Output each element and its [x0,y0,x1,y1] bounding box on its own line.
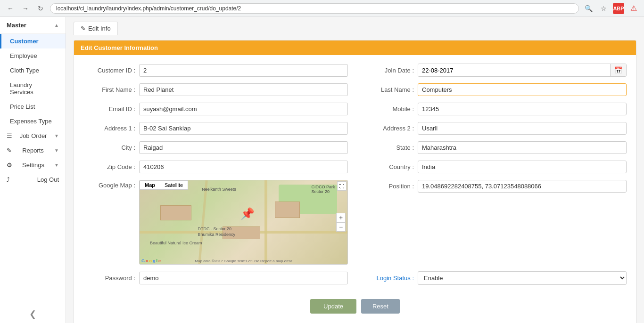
reload-button[interactable]: ↻ [35,3,46,14]
sidebar-master-header[interactable]: Master ▲ [0,17,66,34]
form-row-6: Zip Code : Country : [83,161,627,173]
first-name-group: First Name : [83,83,348,96]
sidebar-settings[interactable]: ⚙ Settings ▼ [0,158,66,172]
form-row-5: City : State : [83,141,627,154]
state-input[interactable] [418,141,627,154]
map-attribution: Map data ©2017 Google Terms of Use Repor… [195,259,292,263]
chevron-down-icon-settings: ▼ [54,162,59,168]
last-name-label: Last Name : [362,86,414,93]
position-group: Position : [362,180,627,193]
customer-id-group: Customer ID : [83,64,348,77]
abp-button[interactable]: ABP [613,3,624,14]
map-tab-satellite[interactable]: Satellite [160,181,188,189]
forward-button[interactable]: → [20,3,31,14]
map-pin: 📌 [240,207,255,220]
search-icon[interactable]: 🔍 [583,3,594,14]
browser-icons: 🔍 ☆ ABP ⚠ [583,3,639,14]
zoom-in-button[interactable]: + [336,213,346,222]
login-status-group: Login Status : Enable Disable [362,271,627,285]
zip-code-label: Zip Code : [83,163,135,170]
map-zoom-controls: + − [336,213,346,232]
customer-id-input[interactable] [139,64,348,77]
zip-code-input[interactable] [139,161,348,173]
back-button[interactable]: ← [5,3,16,14]
sidebar-reports[interactable]: ✎ Reports ▼ [0,143,66,158]
sidebar-item-expenses-type[interactable]: Expenses Type [0,114,66,129]
form-row-1: Customer ID : Join Date : 📅 [83,64,627,77]
map-residency-label: Bhumika Residency [198,232,235,237]
login-status-select[interactable]: Enable Disable [418,271,627,285]
address2-group: Address 2 : [362,122,627,135]
browser-chrome: ← → ↻ localhost/ci_laundry/laundry/index… [0,0,644,17]
mobile-input[interactable] [418,103,627,115]
sidebar-collapse-button[interactable]: ❮ [0,305,66,323]
mobile-group: Mobile : [362,103,627,115]
sidebar-item-employee[interactable]: Employee [0,48,66,63]
password-label: Password : [83,275,135,282]
join-date-label: Join Date : [362,67,414,74]
map-container[interactable]: Map Satellite ⛶ [139,180,348,265]
road-vertical [264,180,267,264]
chevron-down-icon-reports: ▼ [54,148,59,153]
country-input[interactable] [418,161,627,173]
form-row-8: Password : Login Status : Enable Disable [83,271,627,285]
address2-label: Address 2 : [362,125,414,132]
url-bar[interactable]: localhost/ci_laundry/laundry/index.php/a… [50,3,579,14]
zoom-out-button[interactable]: − [336,222,346,232]
join-date-group: Join Date : 📅 [362,64,627,77]
sidebar-item-customer[interactable]: Customer [0,34,66,48]
address2-input[interactable] [418,122,627,135]
map-cidco-label: CIDCO ParkSector 20 [312,185,335,194]
email-id-input[interactable] [139,103,348,115]
building-3 [275,202,300,218]
road-diagonal [198,180,208,264]
map-icecream-label: Beautiful Natural Ice Cream [150,241,202,245]
logout-icon: ⤴ [7,176,10,183]
position-input[interactable] [418,180,627,193]
edit-icon: ✎ [81,25,86,32]
job-order-icon: ☰ [7,132,12,139]
update-button[interactable]: Update [310,299,356,314]
state-label: State : [362,144,414,151]
sidebar-item-cloth-type[interactable]: Cloth Type [0,63,66,78]
tab-bar: ✎ Edit Info [74,22,636,35]
join-date-input-wrapper: 📅 [418,64,627,77]
reset-button[interactable]: Reset [361,299,400,314]
warning-icon[interactable]: ⚠ [628,3,639,14]
map-expand-button[interactable]: ⛶ [337,181,347,191]
map-area-label: Neelkanth Sweets [202,187,236,192]
form-row-4: Address 1 : Address 2 : [83,122,627,135]
city-input[interactable] [139,141,348,154]
join-date-input[interactable] [418,64,610,76]
first-name-label: First Name : [83,86,135,93]
building-1 [160,205,191,220]
email-id-group: Email ID : [83,103,348,115]
city-group: City : [83,141,348,154]
tab-edit-info[interactable]: ✎ Edit Info [74,22,118,35]
google-logo: Google [141,258,161,263]
sidebar-logout[interactable]: ⤴ Log Out [0,172,66,187]
map-tab-bar: Map Satellite [140,180,188,190]
star-icon[interactable]: ☆ [598,3,609,14]
app-container: Master ▲ Customer Employee Cloth Type La… [0,17,644,323]
login-status-label: Login Status : [362,275,414,282]
address1-input[interactable] [139,122,348,135]
google-map-group: Google Map : Map Satellite ⛶ [83,180,348,265]
form-row-2: First Name : Last Name : [83,83,627,96]
password-input[interactable] [139,272,348,284]
gear-icon: ⚙ [7,162,12,169]
city-label: City : [83,144,135,151]
form-row-3: Email ID : Mobile : [83,103,627,115]
first-name-input[interactable] [139,83,348,96]
sidebar-item-laundry-services[interactable]: Laundry Services [0,78,66,99]
sidebar-job-order[interactable]: ☰ Job Order ▼ [0,129,66,143]
country-label: Country : [362,163,414,170]
form-actions: Update Reset [83,291,627,317]
calendar-icon[interactable]: 📅 [610,64,626,76]
url-text: localhost/ci_laundry/laundry/index.php/a… [56,5,573,12]
address1-label: Address 1 : [83,125,135,132]
sidebar-master-label: Master [7,22,26,29]
sidebar-item-price-list[interactable]: Price List [0,99,66,114]
last-name-input[interactable] [418,83,627,96]
map-tab-map[interactable]: Map [140,181,160,189]
